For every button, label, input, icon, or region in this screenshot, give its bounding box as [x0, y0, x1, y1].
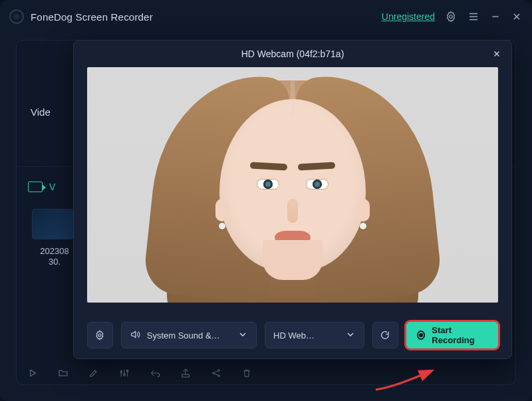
- window-minimize-button[interactable]: [489, 11, 501, 23]
- webcam-device-dropdown[interactable]: HD Web…: [265, 322, 364, 348]
- bottom-toolbar: [27, 364, 505, 382]
- unregistered-link[interactable]: Unregistered: [382, 11, 435, 22]
- window-close-button[interactable]: [511, 11, 523, 23]
- webcam-preview-wrap: [74, 67, 511, 315]
- svg-line-26: [214, 374, 217, 376]
- export-icon[interactable]: [180, 367, 192, 379]
- svg-point-0: [450, 15, 453, 19]
- thumb-caption: 202308 30.: [40, 246, 68, 268]
- play-icon[interactable]: [27, 367, 39, 379]
- recording-thumb-left[interactable]: 202308 30.: [32, 209, 77, 268]
- webcam-device-label: HD Web…: [273, 331, 315, 340]
- app-title: FoneDog Screen Recorder: [31, 11, 153, 23]
- start-recording-label: Start Recording: [432, 325, 487, 345]
- speaker-icon: [130, 329, 140, 342]
- svg-rect-21: [182, 374, 190, 377]
- record-icon: [417, 331, 426, 340]
- folder-icon[interactable]: [57, 367, 69, 379]
- svg-point-24: [218, 375, 220, 377]
- modal-title: HD Webcam (04f2:b71a): [241, 49, 344, 59]
- edit-pencil-icon[interactable]: [88, 367, 100, 379]
- trash-icon[interactable]: [241, 367, 253, 379]
- modal-controls: System Sound &… HD Web… Start Recording: [74, 315, 511, 358]
- modal-header: HD Webcam (04f2:b71a): [74, 41, 511, 67]
- back-icon[interactable]: [149, 367, 161, 379]
- section-tab-label: V: [49, 182, 55, 192]
- equalizer-icon[interactable]: [118, 367, 130, 379]
- settings-gear-icon[interactable]: [444, 10, 458, 23]
- start-recording-button[interactable]: Start Recording: [406, 322, 498, 348]
- svg-point-23: [218, 370, 220, 372]
- modal-close-button[interactable]: [489, 46, 505, 62]
- thumbnail: [32, 209, 77, 239]
- thumb-caption-line: 30.: [40, 257, 68, 267]
- modal-settings-button[interactable]: [87, 322, 113, 348]
- camera-icon: [28, 182, 43, 192]
- svg-line-25: [214, 371, 217, 373]
- chevron-down-icon: [345, 329, 356, 342]
- thumb-caption-line: 202308: [40, 246, 68, 257]
- app-logo: [9, 9, 24, 24]
- svg-point-29: [98, 334, 101, 336]
- mode-label-left: Vide: [31, 106, 51, 118]
- svg-point-22: [213, 372, 215, 374]
- chevron-down-icon: [237, 329, 248, 342]
- webcam-modal: HD Webcam (04f2:b71a): [73, 40, 512, 359]
- hamburger-menu-icon[interactable]: [467, 10, 480, 23]
- svg-marker-14: [31, 370, 36, 376]
- audio-source-label: System Sound &…: [147, 331, 220, 340]
- share-icon[interactable]: [210, 367, 222, 379]
- webcam-preview: [87, 67, 498, 303]
- titlebar-right: Unregistered: [382, 10, 523, 23]
- app-window: FoneDog Screen Recorder Unregistered: [0, 0, 532, 401]
- refresh-button[interactable]: [372, 322, 398, 348]
- titlebar: FoneDog Screen Recorder Unregistered: [0, 0, 532, 33]
- audio-source-dropdown[interactable]: System Sound &…: [121, 322, 257, 348]
- section-tab-webcam[interactable]: V: [28, 182, 55, 192]
